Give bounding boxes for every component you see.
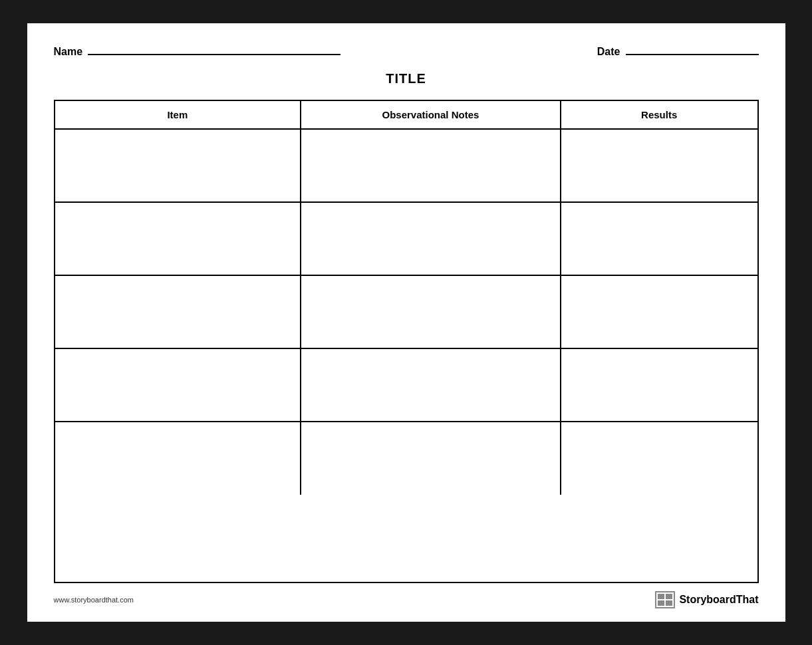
table-body bbox=[55, 129, 757, 495]
date-field: Date bbox=[597, 43, 759, 58]
title-row: TITLE bbox=[54, 71, 759, 86]
cell-notes-5 bbox=[301, 422, 561, 495]
table-container: Item Observational Notes Results bbox=[54, 100, 759, 583]
cell-item-4 bbox=[55, 348, 301, 422]
footer-url: www.storyboardthat.com bbox=[54, 596, 134, 604]
column-header-results: Results bbox=[561, 101, 757, 129]
footer-brand: StoryboardThat bbox=[655, 591, 758, 608]
cell-results-4 bbox=[561, 348, 757, 422]
header-row: Name Date bbox=[54, 43, 759, 58]
table-row bbox=[55, 129, 757, 202]
cell-notes-2 bbox=[301, 202, 561, 275]
svg-rect-3 bbox=[666, 594, 672, 599]
storyboardthat-icon bbox=[655, 591, 675, 608]
svg-rect-5 bbox=[666, 600, 672, 606]
date-line bbox=[626, 43, 759, 55]
cell-item-3 bbox=[55, 275, 301, 348]
column-header-item: Item bbox=[55, 101, 301, 129]
cell-results-2 bbox=[561, 202, 757, 275]
table-row bbox=[55, 348, 757, 422]
name-field: Name bbox=[54, 43, 341, 58]
column-header-notes: Observational Notes bbox=[301, 101, 561, 129]
table-header-row: Item Observational Notes Results bbox=[55, 101, 757, 129]
brand-name: StoryboardThat bbox=[679, 594, 758, 606]
table-row bbox=[55, 275, 757, 348]
cell-item-2 bbox=[55, 202, 301, 275]
page-title: TITLE bbox=[386, 71, 426, 86]
cell-results-3 bbox=[561, 275, 757, 348]
cell-results-1 bbox=[561, 129, 757, 202]
cell-notes-4 bbox=[301, 348, 561, 422]
cell-item-1 bbox=[55, 129, 301, 202]
svg-rect-2 bbox=[658, 594, 664, 599]
cell-notes-3 bbox=[301, 275, 561, 348]
table-row bbox=[55, 202, 757, 275]
page: Name Date TITLE Item Observational Notes bbox=[27, 23, 785, 622]
cell-notes-1 bbox=[301, 129, 561, 202]
table-row bbox=[55, 422, 757, 495]
svg-rect-4 bbox=[658, 600, 664, 606]
main-table: Item Observational Notes Results bbox=[55, 101, 757, 495]
cell-item-5 bbox=[55, 422, 301, 495]
cell-results-5 bbox=[561, 422, 757, 495]
name-label: Name bbox=[54, 46, 83, 58]
footer: www.storyboardthat.com StoryboardThat bbox=[54, 591, 759, 608]
date-label: Date bbox=[597, 46, 620, 58]
name-line bbox=[88, 43, 340, 55]
